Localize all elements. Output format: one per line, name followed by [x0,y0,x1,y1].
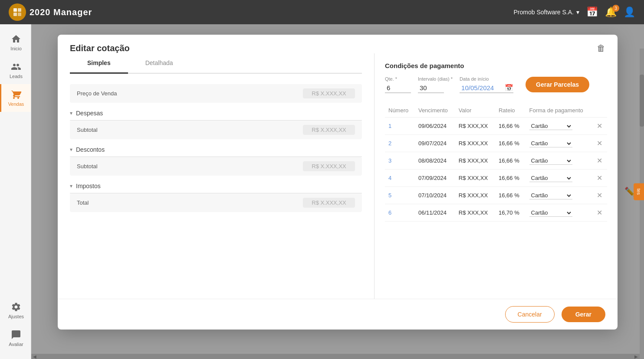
forma-pagamento-select[interactable]: Cartão Boleto Transferência [529,140,572,147]
cancelar-button[interactable]: Cancelar [505,306,555,323]
forma-pagamento-select[interactable]: Cartão Boleto Transferência [529,157,572,165]
forma-pagamento-select[interactable]: Cartão Boleto Transferência [529,209,572,217]
remove-row-button[interactable]: ✕ [597,191,602,199]
despesas-section-header[interactable]: ▾ Despesas [70,104,362,120]
col-vencimento: Vencimento [415,104,455,117]
row-rateio: 16,66 % [495,187,526,204]
sidebar: Inicio Leads Vendas Ajustes Avaliar [0,24,31,359]
tabs: Simples Detalhada [70,53,362,74]
subtotal2-label: Subtotal [77,163,98,170]
row-num: 2 [385,135,415,152]
row-rateio: 16,66 % [495,135,526,152]
gerar-button[interactable]: Gerar [562,307,605,322]
preco-venda-row: Preço de Venda R$ X.XXX,XX [70,84,362,103]
table-row: 1 09/06/2024 R$ XXX,XX 16,66 % Cartão Bo… [385,117,607,135]
payment-conditions-title: Condições de pagamento [385,62,607,69]
sidebar-item-ajustes[interactable]: Ajustes [7,297,24,324]
row-rateio: 16,70 % [495,204,526,222]
despesas-label: Despesas [76,110,103,117]
tab-detalhada[interactable]: Detalhada [128,53,191,74]
forma-pagamento-select[interactable]: Cartão Boleto Transferência [529,174,572,182]
col-valor: Valor [455,104,495,117]
trash-icon[interactable]: 🗑 [597,43,605,53]
table-row: 5 07/10/2024 R$ XXX,XX 16,66 % Cartão Bo… [385,187,607,204]
row-forma: Cartão Boleto Transferência [526,152,593,170]
descontos-label: Descontos [76,146,105,153]
qte-input-group: Qte. * [385,76,411,93]
user-avatar-icon[interactable]: 👤 [624,7,635,18]
installments-tbody: 1 09/06/2024 R$ XXX,XX 16,66 % Cartão Bo… [385,117,607,222]
right-panel: Condições de pagamento Qte. * Intervalo … [375,53,618,299]
table-row: 6 06/11/2024 R$ XXX,XX 16,70 % Cartão Bo… [385,204,607,222]
row-vencimento: 09/06/2024 [415,117,455,135]
sidebar-item-label: Avaliar [9,342,23,347]
row-valor: R$ XXX,XX [455,204,495,222]
sidebar-item-label: Ajustes [8,314,24,319]
row-num: 5 [385,187,415,204]
intervalo-label: Intervalo (dias) * [418,76,453,82]
forma-pagamento-select[interactable]: Cartão Boleto Transferência [529,192,572,199]
modal-editar-cotacao: Editar cotação 🗑 Simples Detalhada Preço… [58,35,618,330]
topbar: 2020 Manager Promob Software S.A. ▾ 📅 🔔 … [0,0,644,24]
modal-body: Simples Detalhada Preço de Venda R$ X.XX… [58,53,618,299]
data-inicio-input[interactable] [460,83,503,92]
row-rateio: 16,66 % [495,117,526,135]
modal-footer: Cancelar Gerar [58,299,618,330]
gerar-parcelas-button[interactable]: Gerar Parcelas [526,77,589,92]
chevron-down-icon: ▾ [576,9,579,16]
subtotal1-label: Subtotal [77,127,98,133]
sidebar-item-label: Leads [10,74,23,79]
intervalo-input[interactable] [418,83,444,93]
remove-row-button[interactable]: ✕ [597,209,602,217]
calendar-icon[interactable]: 📅 [505,84,513,92]
row-num: 1 [385,117,415,135]
right-edge-tab[interactable]: tes [634,183,644,200]
logo-text: 2020 Manager [30,7,92,17]
table-row: 2 09/07/2024 R$ XXX,XX 16,66 % Cartão Bo… [385,135,607,152]
impostos-section-header[interactable]: ▾ Impostos [70,177,362,193]
svg-rect-3 [18,13,21,16]
remove-row-button[interactable]: ✕ [597,122,602,130]
qte-input[interactable] [385,83,411,93]
topbar-right: Promob Software S.A. ▾ 📅 🔔 3 👤 [513,7,635,18]
sidebar-item-avaliar[interactable]: Avaliar [7,324,24,352]
remove-row-button[interactable]: ✕ [597,139,602,147]
col-rateio: Rateio [495,104,526,117]
installments-table: Número Vencimento Valor Rateio Forma de … [385,104,607,222]
sidebar-item-label: Inicio [10,46,22,51]
row-rateio: 16,66 % [495,152,526,170]
sidebar-item-leads[interactable]: Leads [0,56,31,84]
subtotal2-value: R$ X.XXX,XX [303,161,355,171]
company-selector[interactable]: Promob Software S.A. ▾ [513,9,579,16]
row-forma: Cartão Boleto Transferência [526,117,593,135]
logo-area: 2020 Manager [9,3,92,21]
subtotal2-row: Subtotal R$ X.XXX,XX [70,157,362,176]
sidebar-item-vendas[interactable]: Vendas [0,84,31,112]
svg-rect-1 [18,8,21,12]
preco-venda-label: Preço de Venda [77,90,117,97]
chevron-icon: ▾ [70,147,72,153]
remove-row-button[interactable]: ✕ [597,157,602,165]
modal-title: Editar cotação [70,43,130,53]
sidebar-item-inicio[interactable]: Inicio [0,29,31,56]
descontos-section-header[interactable]: ▾ Descontos [70,141,362,157]
total-row: Total R$ X.XXX,XX [70,193,362,212]
row-valor: R$ XXX,XX [455,170,495,187]
notifications-icon[interactable]: 🔔 3 [605,7,617,18]
total-label: Total [77,199,89,206]
svg-rect-2 [13,13,17,16]
qte-label: Qte. * [385,76,411,82]
row-num: 6 [385,204,415,222]
tab-simples[interactable]: Simples [70,53,128,74]
table-row: 4 07/09/2024 R$ XXX,XX 16,66 % Cartão Bo… [385,170,607,187]
row-valor: R$ XXX,XX [455,135,495,152]
payment-inputs: Qte. * Intervalo (dias) * Data de início… [385,76,607,93]
row-rateio: 16,66 % [495,170,526,187]
remove-row-button[interactable]: ✕ [597,174,602,182]
row-vencimento: 07/09/2024 [415,170,455,187]
calendar-icon[interactable]: 📅 [586,7,598,18]
company-name: Promob Software S.A. [513,9,574,16]
forma-pagamento-select[interactable]: Cartão Boleto Transferência [529,122,572,130]
row-forma: Cartão Boleto Transferência [526,204,593,222]
sidebar-item-label: Vendas [8,101,24,107]
